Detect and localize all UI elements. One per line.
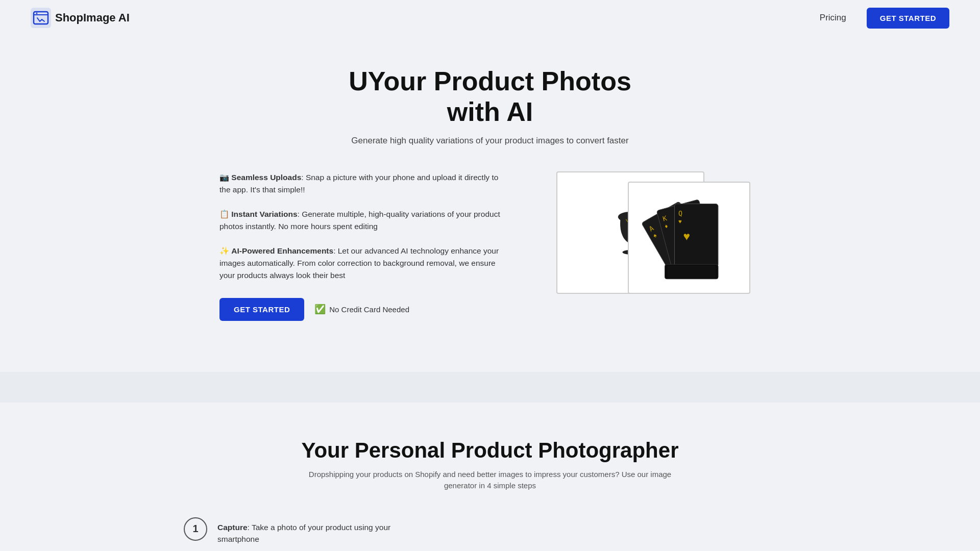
logo-icon [31, 8, 51, 28]
svg-rect-17 [667, 266, 716, 278]
hero-image-container: A ♠ K ♦ Q ♥ ♥ [556, 171, 750, 304]
feature-2: 📋 Instant Variations: Generate multiple,… [219, 208, 505, 233]
section-divider [0, 372, 980, 403]
svg-text:♥: ♥ [683, 229, 690, 242]
feature-3: ✨ AI-Powered Enhancements: Let our advan… [219, 245, 505, 282]
nav-right: Pricing GET STARTED [820, 8, 949, 29]
hero-product-fg-image: A ♠ K ♦ Q ♥ ♥ [628, 182, 750, 294]
nav-get-started-button[interactable]: GET STARTED [867, 8, 949, 29]
svg-text:♥: ♥ [678, 218, 682, 224]
feature-3-title: AI-Powered Enhancements [231, 246, 333, 255]
check-icon: ✅ [314, 304, 326, 315]
hero-content: 📷 Seamless Uploads: Snap a picture with … [184, 171, 796, 321]
hero-product-images: A ♠ K ♦ Q ♥ ♥ [546, 171, 761, 304]
pricing-link[interactable]: Pricing [820, 13, 846, 23]
hero-get-started-button[interactable]: GET STARTED [219, 298, 304, 321]
hero-section: UYour Product Photos with AI Generate hi… [0, 36, 980, 362]
section2-subtext: Dropshipping your products on Shopify an… [296, 469, 684, 492]
playing-cards-icon: A ♠ K ♦ Q ♥ ♥ [635, 189, 743, 286]
navbar: ShopImage AI Pricing GET STARTED [0, 0, 980, 36]
no-credit-card-label: No Credit Card Needed [329, 305, 409, 314]
feature-3-emoji: ✨ [219, 246, 229, 255]
hero-cta: GET STARTED ✅ No Credit Card Needed [219, 298, 505, 321]
svg-text:Q: Q [678, 210, 682, 217]
feature-2-title: Instant Variations [231, 210, 297, 218]
feature-1-title: Seamless Uploads [231, 173, 301, 182]
steps-content: 1 Capture: Take a photo of your product … [184, 517, 796, 551]
step-1-number: 1 [184, 517, 207, 541]
step-1-title: Capture [217, 523, 248, 532]
section2: Your Personal Product Photographer Drops… [0, 403, 980, 551]
hero-headline: UYour Product Photos with AI [41, 66, 939, 128]
hero-subtext: Generate high quality variations of your… [41, 136, 939, 146]
feature-1: 📷 Seamless Uploads: Snap a picture with … [219, 171, 505, 196]
section2-headline: Your Personal Product Photographer [41, 438, 939, 463]
logo-text: ShopImage AI [55, 11, 130, 24]
no-credit-card: ✅ No Credit Card Needed [314, 304, 409, 315]
steps-list: 1 Capture: Take a photo of your product … [184, 517, 398, 551]
hero-features: 📷 Seamless Uploads: Snap a picture with … [219, 171, 505, 321]
logo[interactable]: ShopImage AI [31, 8, 130, 28]
feature-1-emoji: 📷 [219, 173, 229, 182]
step-1: 1 Capture: Take a photo of your product … [184, 517, 398, 545]
feature-2-emoji: 📋 [219, 210, 229, 218]
step-1-text: Capture: Take a photo of your product us… [217, 517, 398, 545]
svg-point-2 [36, 13, 38, 14]
